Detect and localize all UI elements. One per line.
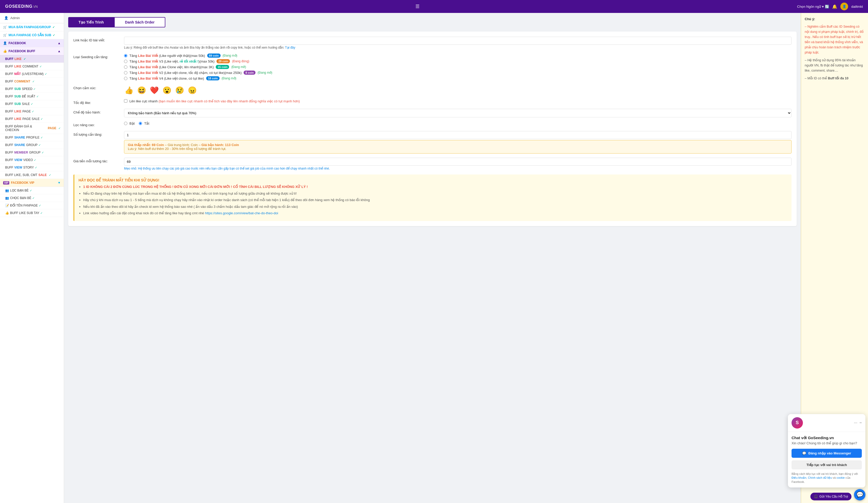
seeding-content: Tăng Like Bài Viết (Like người việt thật… — [124, 53, 792, 80]
filter-row: Lọc nâng cao: Bật Tắt — [73, 122, 792, 127]
unit-price-input[interactable] — [124, 158, 792, 166]
emoji-angry[interactable]: 😠 — [187, 85, 197, 95]
sidebar-item-facebook-vip[interactable]: VIP FACEBOOK VIP ▼ — [0, 179, 64, 187]
hand-icon: 👍 — [5, 211, 9, 215]
seeding-radio-1[interactable] — [124, 54, 127, 58]
sidebar-item-buff-member-group[interactable]: BUFF MEMBER GROUP ✓ — [0, 149, 64, 156]
sidebar-item-loc-ban-be[interactable]: 👥 LỌC BẠN BÈ ✓ — [0, 187, 64, 194]
admin-icon: 👤 — [4, 16, 8, 20]
tip-text: Mẹo nhỏ: Hệ thống ưu tiên chạy các job g… — [124, 167, 792, 170]
unit-price-label: Giá tiền mỗi tương tác: — [73, 158, 120, 163]
warning-item-4: Nếu khi đã ấn vào theo dõi id hãy ấn che… — [83, 204, 787, 209]
sidebar-item-buff-like-page[interactable]: BUFF LIKE PAGE ✓ — [0, 108, 64, 115]
notification-bell-icon[interactable]: 🔔 — [832, 4, 837, 9]
emoji-haha[interactable]: 😆 — [137, 85, 147, 95]
username-label[interactable]: dailtmkt — [851, 5, 863, 9]
tab-create[interactable]: Tạo Tiến Trình — [68, 17, 114, 28]
emoji-sad[interactable]: 😢 — [175, 85, 185, 95]
navbar-brand: GOSEEDING.VN — [5, 4, 38, 9]
panel-item-2: – Hệ thống sử dụng 95% tài khoản người V… — [805, 58, 865, 73]
sidebar-item-buff-share-profile[interactable]: BUFF SHARE PROFILE ✓ — [0, 134, 64, 141]
seeding-radio-5[interactable] — [124, 77, 127, 80]
quantity-input[interactable] — [124, 131, 792, 139]
link-row: Link hoặc ID bài viết: Lưu ý: Riêng đối … — [73, 37, 792, 49]
sidebar-item-buff-like-sub-cmt-sale[interactable]: BUFF LIKE, SUB, CMT SALE ✓ — [0, 171, 64, 179]
vip-icon: VIP — [3, 181, 9, 185]
seeding-radio-4[interactable] — [124, 71, 127, 74]
link-input[interactable] — [124, 37, 792, 45]
tab-order-list[interactable]: Danh Sách Order — [114, 17, 165, 28]
warning-item-1: 1 ID KHÔNG CÀI 2 ĐƠN CÙNG LÚC TRONG HỆ T… — [83, 184, 787, 189]
emotion-label: Chọn cảm xúc: — [73, 84, 120, 90]
sidebar-item-buff-like-comment[interactable]: BUFF LIKE COMMENT ✓ — [0, 63, 64, 70]
refresh-icon[interactable]: 🔄 — [825, 5, 829, 9]
chevron-up2-icon: ▲ — [58, 49, 61, 53]
help-support-button[interactable]: 🎧 Gửi Yêu Cầu Hỗ Trợ — [810, 493, 851, 500]
link-hint: Lưu ý: Riêng đối với buff like cho Avata… — [124, 46, 792, 49]
sidebar-item-doi-ten-fanpage[interactable]: 📝 ĐỔI TÊN FANPAGE ✓ — [0, 202, 64, 209]
chat-messenger-button[interactable]: 💬 Đăng nhập vào Messenger — [792, 449, 862, 458]
policy-terms-link[interactable]: Điều khoản — [792, 476, 806, 479]
panel-item-3: – Mỗi ID có thể Buff tối đa 10 — [805, 76, 865, 81]
sidebar-item-facebook[interactable]: 👤 FACEBOOK ▲ — [0, 39, 64, 47]
speed-option: Lên like cực nhanh (bạn muốn lên like cự… — [124, 99, 792, 103]
guarantee-row: Chế độ bảo hành: Không bảo hành (Bảo hàn… — [73, 109, 792, 117]
thumb-icon: 👍 — [3, 49, 7, 53]
chat-header-actions: ··· − — [854, 421, 862, 425]
hamburger-icon[interactable]: ☰ — [415, 4, 420, 9]
sidebar-item-buff-sub-sale[interactable]: BUFF SUB SALE ✓ — [0, 100, 64, 108]
chat-logo: S — [792, 417, 803, 429]
headset-icon: 🎧 — [814, 495, 818, 498]
sidebar-item-buff-mat-livestream[interactable]: BUFF MẮT (LIVESTREAM) ✓ — [0, 70, 64, 78]
warning-link[interactable]: https://sites.google.com/view/bat-che-do… — [205, 211, 278, 215]
policy-cookie-link[interactable]: cookie — [836, 476, 845, 479]
sidebar-item-mua-fanpage-sub[interactable]: 🛒 MUA FANPAGE CÓ SẴN SUB ✓ — [0, 31, 64, 39]
form-container: Link hoặc ID bài viết: Lưu ý: Riêng đối … — [68, 32, 797, 226]
filter-radio-bat[interactable] — [124, 122, 127, 125]
link-label: Link hoặc ID bài viết: — [73, 37, 120, 42]
emotion-content: 👍 😆 ❤️ 😮 😢 😠 — [124, 84, 792, 95]
seeding-radio-2[interactable] — [124, 60, 127, 63]
sidebar-item-buff-like-sub-tay[interactable]: 👍 BUFF LIKE SUB TAY ✓ — [0, 209, 64, 217]
seeding-radio-3[interactable] — [124, 65, 127, 69]
chat-guest-button[interactable]: Tiếp tục với vai trò khách — [792, 460, 862, 469]
emoji-like[interactable]: 👍 — [124, 85, 134, 95]
sidebar-item-mua-ban-fanpage[interactable]: 🛒 MUA BÁN FANPAGE/GROUP ✓ — [0, 23, 64, 31]
sidebar-item-buff-share-group[interactable]: BUFF SHARE GROUP ✓ — [0, 141, 64, 149]
seeding-label: Loại Seeding cần tăng: — [73, 53, 120, 59]
sidebar-facebook-buff-header[interactable]: 👍 FACEBOOK BUFF ▲ — [0, 47, 64, 55]
sidebar: 👤 Admin 🛒 MUA BÁN FANPAGE/GROUP ✓ 🛒 MUA … — [0, 13, 64, 503]
tabs: Tạo Tiến Trình Danh Sách Order — [68, 17, 797, 28]
speed-row: Tốc độ like: Lên like cực nhanh (bạn muố… — [73, 99, 792, 105]
panel-title: Chú ý: — [805, 17, 865, 22]
emoji-heart[interactable]: ❤️ — [149, 85, 159, 95]
policy-data-link[interactable]: Chính sách dữ liệu — [808, 476, 832, 479]
sidebar-item-buff-sub-speed[interactable]: BUFF SUB SPEED ✓ — [0, 85, 64, 93]
warning-item-5: Link video hướng dẫn cài đặt công khai n… — [83, 211, 787, 216]
chat-fab-button[interactable]: 💬 — [854, 489, 865, 500]
sidebar-item-buff-sub-de-xuat[interactable]: BUFF SUB ĐỀ XUẤT ✓ — [0, 93, 64, 100]
sidebar-item-buff-view-story[interactable]: BUFF VIEW STORY ✓ — [0, 164, 64, 171]
chat-close-icon[interactable]: − — [859, 421, 862, 425]
warning-title: HÃY ĐỌC ĐỂ TRÁNH MẤT TIỀN KHI SỬ DỤNG! — [79, 178, 787, 182]
filter-content: Bật Tắt — [124, 122, 792, 125]
link-hint-link[interactable]: Tại đây — [285, 46, 295, 49]
language-selector[interactable]: Chọn Ngôn ngữ ▾ 🔄 — [797, 5, 829, 9]
sidebar-item-buff-view-video[interactable]: BUFF VIEW VIDEO ✓ — [0, 156, 64, 164]
guarantee-select[interactable]: Không bảo hành (Bảo hành nếu tụt quá 70%… — [124, 109, 792, 117]
emoji-wow[interactable]: 😮 — [162, 85, 172, 95]
speed-checkbox[interactable] — [124, 99, 127, 103]
sidebar-item-buff-comment[interactable]: BUFF COMMENT ✓ — [0, 78, 64, 85]
sidebar-item-buff-like[interactable]: BUFF LIKE ✓ — [0, 55, 64, 63]
unit-price-content: Mẹo nhỏ: Hệ thống ưu tiên chạy các job g… — [124, 158, 792, 170]
sidebar-item-buff-danh-gia[interactable]: BUFF ĐÁNH GIÁ & CHECKIN PAGE ✓ — [0, 123, 64, 134]
chat-more-icon[interactable]: ··· — [854, 421, 857, 425]
filter-radio-tat[interactable] — [139, 122, 142, 125]
price-box: Giá thấp nhất: 69 Coin – Giá trung bình:… — [124, 140, 792, 154]
filter-tat: Tắt — [139, 122, 149, 125]
avatar: 👤 — [840, 3, 848, 10]
panel-item-1: – Nghiêm cấm Buff các ID Seeding có nội … — [805, 24, 865, 55]
sidebar-item-buff-like-page-sale[interactable]: BUFF LIKE PAGE SALE ✓ — [0, 115, 64, 123]
seeding-option-4: Tăng Like Bài Viết V2 (Like việt clone, … — [124, 71, 792, 75]
sidebar-item-choc-ban-be[interactable]: 👥 CHỌC BẠN BÈ ✓ — [0, 194, 64, 202]
